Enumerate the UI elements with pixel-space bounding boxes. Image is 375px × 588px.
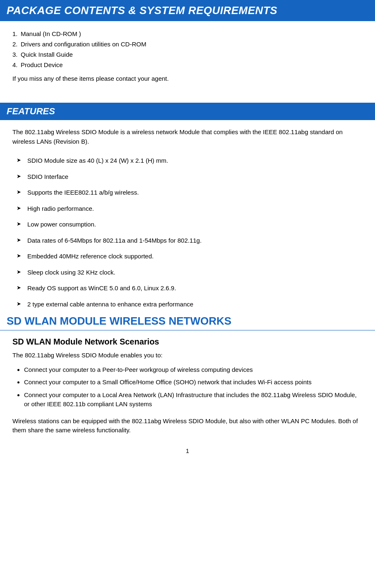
features-intro: The 802.11abg Wireless SDIO Module is a … — [12, 128, 363, 146]
list-text: Manual (In CD-ROM ) — [21, 30, 81, 37]
list-item: Connect your computer to a Small Office/… — [24, 376, 363, 389]
list-text: Ready OS support as WinCE 5.0 and 6.0, L… — [27, 284, 176, 292]
list-number: 3. — [12, 51, 18, 58]
wireless-stations-note: Wireless stations can be equipped with t… — [12, 417, 363, 435]
features-banner: FEATURES — [0, 103, 375, 120]
list-text: Connect your computer to a Small Office/… — [24, 378, 312, 386]
list-item: Embedded 40MHz reference clock supported… — [12, 248, 363, 265]
list-item: 2. Drivers and configuration utilities o… — [12, 39, 363, 49]
list-text: Sleep clock using 32 KHz clock. — [27, 269, 115, 276]
sd-wlan-subsection-title: SD WLAN Module Network Scenarios — [12, 337, 363, 347]
list-text: Product Device — [21, 61, 63, 68]
list-item: 2 type external cable antenna to enhance… — [12, 296, 363, 313]
sd-wlan-scenarios-list: Connect your computer to a Peer-to-Peer … — [12, 364, 363, 411]
list-item: 3. Quick Install Guide — [12, 49, 363, 60]
list-text: Embedded 40MHz reference clock supported… — [27, 253, 154, 260]
list-item: Connect your computer to a Peer-to-Peer … — [24, 364, 363, 376]
list-text: Quick Install Guide — [21, 51, 73, 58]
list-text: Data rates of 6-54Mbps for 802.11a and 1… — [27, 237, 202, 244]
features-bullet-list: SDIO Module size as 40 (L) x 24 (W) x 2.… — [12, 153, 363, 312]
page-title-banner: PACKAGE CONTENTS & SYSTEM REQUIREMENTS — [0, 0, 375, 21]
list-item: Data rates of 6-54Mbps for 802.11a and 1… — [12, 233, 363, 249]
list-item: SDIO Interface — [12, 169, 363, 185]
list-text: Drivers and configuration utilities on C… — [21, 41, 146, 48]
list-text: SDIO Module size as 40 (L) x 24 (W) x 2.… — [27, 157, 168, 164]
list-item: SDIO Module size as 40 (L) x 24 (W) x 2.… — [12, 153, 363, 169]
list-item: Low power consumption. — [12, 217, 363, 233]
package-contents-list: 1. Manual (In CD-ROM ) 2. Drivers and co… — [12, 29, 363, 70]
list-text: Connect your computer to a Local Area Ne… — [24, 391, 357, 408]
sd-wlan-section-title: SD WLAN MODULE WIRELESS NETWORKS — [0, 312, 375, 330]
list-text: High radio performance. — [27, 205, 94, 212]
list-item: 1. Manual (In CD-ROM ) — [12, 29, 363, 39]
list-item: High radio performance. — [12, 201, 363, 217]
list-item: Ready OS support as WinCE 5.0 and 6.0, L… — [12, 280, 363, 296]
list-number: 2. — [12, 41, 18, 48]
page-number: 1 — [12, 448, 363, 454]
list-text: Low power consumption. — [27, 221, 96, 228]
list-text: Supports the IEEE802.11 a/b/g wireless. — [27, 189, 139, 196]
list-number: 4. — [12, 61, 18, 68]
list-number: 1. — [12, 30, 18, 37]
list-item: Supports the IEEE802.11 a/b/g wireless. — [12, 185, 363, 201]
list-item: Sleep clock using 32 KHz clock. — [12, 265, 363, 281]
list-text: Connect your computer to a Peer-to-Peer … — [24, 366, 253, 373]
list-text: 2 type external cable antenna to enhance… — [27, 301, 193, 308]
sd-wlan-intro: The 802.11abg Wireless SDIO Module enabl… — [12, 351, 363, 360]
list-item: 4. Product Device — [12, 60, 363, 70]
list-text: SDIO Interface — [27, 173, 68, 180]
contact-note: If you miss any of these items please co… — [12, 75, 363, 82]
list-item: Connect your computer to a Local Area Ne… — [24, 389, 363, 411]
